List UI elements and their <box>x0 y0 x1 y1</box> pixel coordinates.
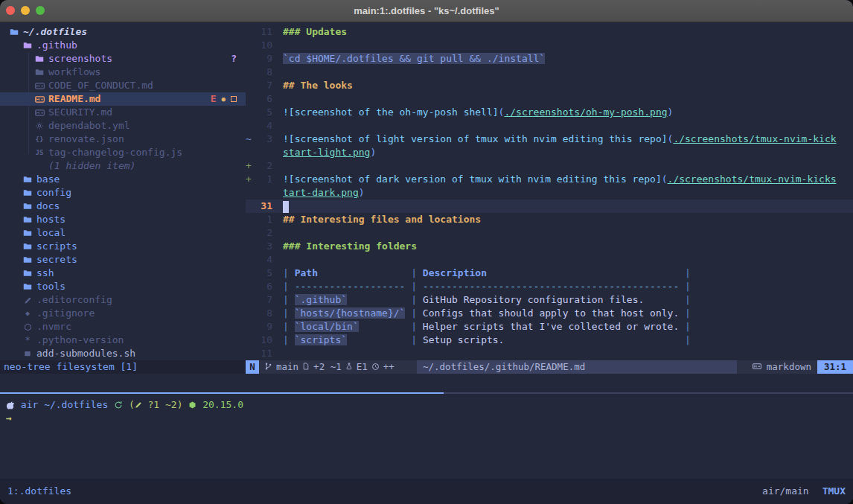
vim-mode-indicator: N <box>246 360 259 374</box>
tree-item-label: ~/.dotfiles <box>23 25 87 39</box>
tree-item-renovate.json[interactable]: {}renovate.json <box>0 133 246 146</box>
editor-line[interactable]: start-light.png) <box>246 146 853 159</box>
tree-item-base[interactable]: base <box>0 173 246 186</box>
shell-input-line[interactable]: → <box>0 412 853 425</box>
tree-item-workflows[interactable]: workflows <box>0 66 246 79</box>
tree-item-.python-version[interactable]: *.python-version <box>0 334 246 347</box>
editor-line-text: ## The looks <box>283 79 353 92</box>
editor-line[interactable]: tart-dark.png) <box>246 186 853 200</box>
tree-item-add-submodules.sh[interactable]: add-submodules.sh <box>0 347 246 360</box>
line-number <box>255 186 272 200</box>
folder-icon <box>22 174 33 185</box>
close-button[interactable] <box>6 6 15 15</box>
tree-item-security.md[interactable]: SECURITY.md <box>0 106 246 119</box>
folder-icon <box>22 40 33 51</box>
tree-item-scripts[interactable]: scripts <box>0 240 246 253</box>
editor-line[interactable]: 5![screenshot of the oh-my-posh shell](.… <box>246 106 853 119</box>
editor-line[interactable]: 1## Interesting files and locations <box>246 213 853 226</box>
tree-item-label: ssh <box>36 267 54 280</box>
tree-item-label: .github <box>36 39 77 52</box>
tree-item-docs[interactable]: docs <box>0 200 246 213</box>
editor-line[interactable]: 9| `local/bin` | Helper scripts that I'v… <box>246 320 853 334</box>
tree-item-local[interactable]: local <box>0 226 246 240</box>
editor-buffer[interactable]: 11### Updates 10 9`cd $HOME/.dotfiles &&… <box>246 25 853 360</box>
tree-item-ssh[interactable]: ssh <box>0 267 246 280</box>
title-bar: main:1:.dotfiles - "ks~/.dotfiles" <box>0 0 853 22</box>
tree-item-.gitignore[interactable]: ◆.gitignore <box>0 307 246 320</box>
editor-line-text: tart-dark.png) <box>283 186 365 200</box>
folder-icon <box>34 54 45 64</box>
tree-item-label: secrets <box>36 253 77 267</box>
line-number: 1 <box>255 213 272 226</box>
editor-line[interactable]: 10 <box>246 39 853 52</box>
sign-column <box>246 347 255 360</box>
line-number: 7 <box>255 293 272 307</box>
editor-line[interactable]: 7| `.github` | GitHub Repository configu… <box>246 293 853 307</box>
tree-item-config[interactable]: config <box>0 186 246 200</box>
tree-item-.nvmrc[interactable]: .nvmrc <box>0 320 246 334</box>
editor-line[interactable]: +2 <box>246 159 853 173</box>
zoom-button[interactable] <box>36 6 45 15</box>
sign-column <box>246 66 255 79</box>
editor-line[interactable]: 6| ------------------- | ---------------… <box>246 280 853 293</box>
tree-item-label: CODE_OF_CONDUCT.md <box>48 79 153 92</box>
tree-item-label: .nvmrc <box>36 320 71 334</box>
editor-line[interactable]: 31 <box>246 200 853 213</box>
tree-item-label: renovate.json <box>48 133 124 146</box>
tree-item-secrets[interactable]: secrets <box>0 253 246 267</box>
folder-icon <box>9 27 19 37</box>
tree-item-.github[interactable]: .github <box>0 39 246 52</box>
editor-line[interactable]: 4 <box>246 119 853 133</box>
sign-column <box>246 280 255 293</box>
tree-item-readme.md[interactable]: README.mdE● <box>0 92 246 106</box>
folder-icon <box>22 268 33 278</box>
tree-item-dependabot.yml[interactable]: dependabot.yml <box>0 119 246 133</box>
statusline-git-section: main+2 ~1E1++ <box>259 360 394 374</box>
tree-item--1-hidden-item-[interactable]: (1 hidden item) <box>0 159 246 173</box>
folder-icon <box>34 67 45 77</box>
tmux-pane-border[interactable] <box>0 392 853 394</box>
editor-line[interactable]: 6 <box>246 92 853 106</box>
statusline-right-section: markdown <box>752 360 811 374</box>
sign-column <box>246 200 255 213</box>
shell-pane[interactable]: air ~/.dotfiles ( ?1 ~2) 20.15.0 → <box>0 398 853 473</box>
prompt-text: ~/.dotfiles <box>38 398 114 412</box>
statusline: N main+2 ~1E1++ ~/.dotfiles/.github/READ… <box>246 360 853 374</box>
tree-item-label: tag-changelog-config.js <box>48 146 182 159</box>
editor-line[interactable]: 3### Interesting folders <box>246 240 853 253</box>
tree-item-code-of-conduct.md[interactable]: CODE_OF_CONDUCT.md <box>0 79 246 92</box>
editor-line[interactable]: 2 <box>246 226 853 240</box>
status-badge: ? <box>231 52 237 66</box>
neo-tree-footer: neo-tree filesystem [1] <box>0 360 246 374</box>
line-number: 10 <box>255 334 272 347</box>
tree-item-label: README.md <box>48 92 100 106</box>
line-number <box>255 146 272 159</box>
minimize-button[interactable] <box>21 6 30 15</box>
editor-line[interactable]: 11 <box>246 347 853 360</box>
tree-item-badges: ? <box>231 52 237 66</box>
line-number: 11 <box>255 25 272 39</box>
editor-line[interactable]: 5| Path | Description | <box>246 267 853 280</box>
tmux-window-tab[interactable]: 1:.dotfiles <box>7 485 71 498</box>
editor-line[interactable]: 9`cd $HOME/.dotfiles && git pull && ./in… <box>246 52 853 66</box>
tree-item-tag-changelog-config.js[interactable]: JStag-changelog-config.js <box>0 146 246 159</box>
tree-item-label: workflows <box>48 66 100 79</box>
editor-line-text: start-light.png) <box>283 146 376 159</box>
editor-line[interactable]: 8| `hosts/{hostname}/` | Configs that sh… <box>246 307 853 320</box>
editor-line[interactable]: 7## The looks <box>246 79 853 92</box>
editor-line[interactable]: +1![screenshot of dark version of tmux w… <box>246 173 853 186</box>
tree-item-label: tools <box>36 280 66 293</box>
editor-line[interactable]: ~3![screenshot of light version of tmux … <box>246 133 853 146</box>
braces-icon: {} <box>34 134 45 144</box>
tree-item-.editorconfig[interactable]: .editorconfig <box>0 293 246 307</box>
editor-line[interactable]: 4 <box>246 253 853 267</box>
editor-line[interactable]: 11### Updates <box>246 25 853 39</box>
editor-line[interactable]: 8 <box>246 66 853 79</box>
tree-item-tools[interactable]: tools <box>0 280 246 293</box>
tree-item-hosts[interactable]: hosts <box>0 213 246 226</box>
tree-item--.dotfiles[interactable]: ~/.dotfiles <box>0 25 246 39</box>
tree-item-screenshots[interactable]: screenshots? <box>0 52 246 66</box>
folder-icon <box>22 281 33 292</box>
editor-line[interactable]: 10| `scripts` | Setup scripts. | <box>246 334 853 347</box>
editor-line-text: `cd $HOME/.dotfiles && git pull && ./ins… <box>283 52 545 66</box>
